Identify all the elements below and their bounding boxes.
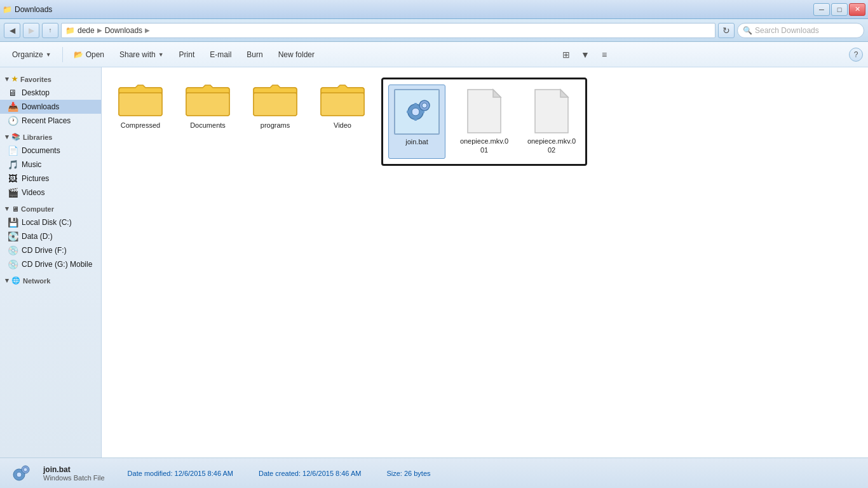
open-label: Open xyxy=(86,50,104,59)
sidebar-item-videos[interactable]: 🎬 Videos xyxy=(0,186,101,200)
help-button[interactable]: ? xyxy=(849,48,863,62)
programs-folder-icon xyxy=(252,81,298,118)
cd-drive-g-label: CD Drive (G:) Mobile xyxy=(22,260,92,269)
view-dropdown[interactable]: ▼ xyxy=(576,46,594,64)
burn-label: Burn xyxy=(247,50,262,59)
email-button[interactable]: E-mail xyxy=(203,44,238,65)
search-box[interactable]: 🔍 Search Downloads xyxy=(737,23,864,38)
forward-button[interactable]: ▶ xyxy=(23,23,39,38)
sidebar-item-pictures[interactable]: 🖼 Pictures xyxy=(0,172,101,186)
libraries-section: ▾ 📚 Libraries 📄 Documents 🎵 Music 🖼 Pict… xyxy=(0,130,101,200)
compressed-label: Compressed xyxy=(121,121,160,130)
file-join-bat[interactable]: join.bat xyxy=(388,85,445,159)
cd-drive-f-label: CD Drive (F:) xyxy=(22,246,67,255)
svg-rect-15 xyxy=(422,111,424,113)
svg-point-11 xyxy=(422,103,427,108)
data-d-icon: 💽 xyxy=(8,231,18,241)
up-button[interactable]: ↑ xyxy=(42,23,58,38)
favorites-section: ▾ ★ Favorites 🖥 Desktop 📥 Downloads 🕐 Re… xyxy=(0,72,101,128)
videos-icon: 🎬 xyxy=(8,187,18,198)
status-date-modified: Date modified: 12/6/2015 8:46 AM xyxy=(128,470,233,477)
music-icon: 🎵 xyxy=(8,159,18,170)
file-grid: Compressed Documents xyxy=(112,78,858,166)
file-onepiece-001[interactable]: onepiece.mkv.001 xyxy=(456,85,513,159)
data-d-label: Data (D:) xyxy=(22,232,53,241)
new-folder-label: New folder xyxy=(278,50,315,59)
network-arrow: ▾ xyxy=(5,276,9,285)
status-file-name: join.bat xyxy=(43,465,105,474)
minimize-button[interactable]: ─ xyxy=(813,3,830,16)
path-icon: 📁 xyxy=(65,26,75,35)
onepiece-002-label: onepiece.mkv.002 xyxy=(527,137,576,155)
bat-file-icon xyxy=(394,89,440,135)
new-folder-button[interactable]: New folder xyxy=(271,44,322,65)
organize-button[interactable]: Organize ▼ xyxy=(5,44,58,65)
favorites-arrow: ▾ xyxy=(5,75,9,83)
sidebar-item-documents[interactable]: 📄 Documents xyxy=(0,144,101,158)
documents-folder-label: Documents xyxy=(190,121,226,130)
sidebar-item-cd-drive-f[interactable]: 💿 CD Drive (F:) xyxy=(0,243,101,257)
large-icons-view[interactable]: ⊞ xyxy=(557,46,575,64)
details-view[interactable]: ≡ xyxy=(595,46,613,64)
burn-button[interactable]: Burn xyxy=(240,44,269,65)
sidebar-item-local-disk-c[interactable]: 💾 Local Disk (C:) xyxy=(0,215,101,229)
desktop-label: Desktop xyxy=(22,88,50,97)
window-icon: 📁 xyxy=(3,5,12,14)
sidebar-item-music[interactable]: 🎵 Music xyxy=(0,158,101,172)
network-header[interactable]: ▾ 🌐 Network xyxy=(0,274,101,287)
status-bar: join.bat Windows Batch File Date modifie… xyxy=(0,458,868,488)
open-icon: 📂 xyxy=(74,50,83,59)
svg-rect-14 xyxy=(407,111,409,113)
cd-drive-g-icon: 💿 xyxy=(8,259,18,269)
computer-section: ▾ 🖥 Computer 💾 Local Disk (C:) 💽 Data (D… xyxy=(0,202,101,271)
status-file-icon xyxy=(8,461,33,486)
organize-label: Organize xyxy=(12,50,43,59)
libraries-header[interactable]: ▾ 📚 Libraries xyxy=(0,130,101,144)
sidebar-item-recent-places[interactable]: 🕐 Recent Places xyxy=(0,114,101,128)
back-button[interactable]: ◀ xyxy=(4,23,20,38)
svg-point-17 xyxy=(17,472,22,477)
local-disk-c-label: Local Disk (C:) xyxy=(22,218,72,227)
path-downloads: Downloads xyxy=(105,26,142,35)
sidebar-item-cd-drive-g[interactable]: 💿 CD Drive (G:) Mobile xyxy=(0,257,101,271)
computer-arrow: ▾ xyxy=(5,205,9,213)
toolbar: Organize ▼ 📂 Open Share with ▼ Print E-m… xyxy=(0,42,868,67)
close-button[interactable]: ✕ xyxy=(849,3,865,16)
open-button[interactable]: 📂 Open xyxy=(67,44,111,65)
recent-places-label: Recent Places xyxy=(22,116,71,125)
status-file-type: Windows Batch File xyxy=(43,474,105,482)
libraries-icon: 📚 xyxy=(11,133,20,141)
folder-documents[interactable]: Documents xyxy=(179,78,236,166)
folder-compressed[interactable]: Compressed xyxy=(112,78,169,166)
date-modified-value: 12/6/2015 8:46 AM xyxy=(175,470,233,477)
sidebar-item-downloads[interactable]: 📥 Downloads xyxy=(0,100,101,114)
folder-video[interactable]: Video xyxy=(314,78,371,166)
print-button[interactable]: Print xyxy=(172,44,202,65)
path-root: dede xyxy=(78,26,95,35)
documents-label: Documents xyxy=(22,146,60,155)
music-label: Music xyxy=(22,160,41,169)
size-value: 26 bytes xyxy=(404,470,431,477)
maximize-button[interactable]: □ xyxy=(831,3,848,16)
generic-file-icon-001 xyxy=(465,88,503,134)
svg-point-9 xyxy=(412,108,419,116)
sidebar-item-desktop[interactable]: 🖥 Desktop xyxy=(0,86,101,100)
address-path[interactable]: 📁 dede ▶ Downloads ▶ xyxy=(61,23,715,38)
favorites-label: Favorites xyxy=(20,76,51,83)
network-label: Network xyxy=(23,277,50,285)
share-with-button[interactable]: Share with ▼ xyxy=(112,44,171,65)
documents-folder-icon xyxy=(185,81,231,118)
favorites-header[interactable]: ▾ ★ Favorites xyxy=(0,72,101,86)
sidebar-item-data-d[interactable]: 💽 Data (D:) xyxy=(0,229,101,243)
video-folder-label: Video xyxy=(334,121,351,130)
status-details: Date modified: 12/6/2015 8:46 AM Date cr… xyxy=(128,470,431,477)
file-onepiece-002[interactable]: onepiece.mkv.002 xyxy=(523,85,580,159)
computer-header[interactable]: ▾ 🖥 Computer xyxy=(0,202,101,215)
onepiece-001-label: onepiece.mkv.001 xyxy=(459,137,509,155)
refresh-button[interactable]: ↻ xyxy=(718,23,735,38)
network-section: ▾ 🌐 Network xyxy=(0,274,101,287)
title-bar-left: 📁 Downloads xyxy=(3,5,52,14)
toolbar-sep-1 xyxy=(62,47,63,62)
title-bar: 📁 Downloads ─ □ ✕ xyxy=(0,0,868,19)
folder-programs[interactable]: programs xyxy=(247,78,304,166)
